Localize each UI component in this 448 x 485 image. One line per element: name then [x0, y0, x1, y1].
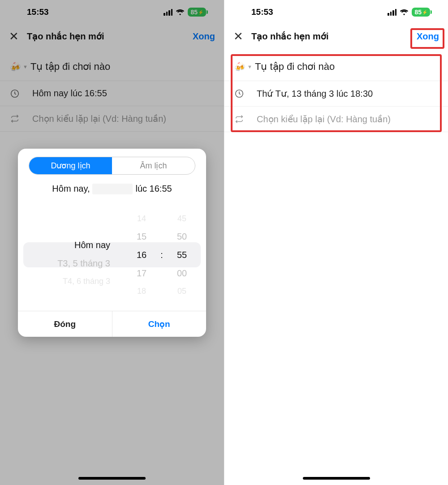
modal-header: ✕ Tạo nhắc hẹn mới Xong: [0, 24, 224, 50]
segment-solar-calendar[interactable]: Dương lịch: [29, 157, 112, 174]
repeat-icon: [10, 114, 24, 124]
battery-indicator: 85⚡: [188, 8, 206, 17]
reminder-title-row[interactable]: 🍻 ▼ Tụ tập đi chơi nào: [224, 50, 448, 81]
status-icons: 85⚡: [164, 8, 206, 17]
wheel-col-hour[interactable]: 14 15 16 17 18: [128, 199, 155, 311]
phone-screen-right: 15:53 85⚡ ✕ Tạo nhắc hẹn mới Xong 🍻 ▼ Tụ…: [224, 0, 448, 485]
clock-icon: [10, 89, 24, 99]
status-time: 15:53: [251, 7, 273, 17]
repeat-row[interactable]: Chọn kiểu lặp lại (Vd: Hàng tuần): [224, 107, 448, 132]
status-icons: 85⚡: [388, 8, 430, 17]
datetime-picker-modal: Dương lịch Âm lịch Hôm nay, lúc 16:55 Hô…: [18, 149, 206, 337]
redacted-date: [92, 184, 133, 194]
home-indicator[interactable]: [303, 477, 370, 480]
battery-indicator: 85⚡: [412, 8, 430, 17]
close-icon[interactable]: ✕: [233, 30, 243, 42]
reminder-title-input[interactable]: Tụ tập đi chơi nào: [22, 61, 214, 73]
close-icon[interactable]: ✕: [9, 30, 19, 42]
repeat-row[interactable]: Chọn kiểu lặp lại (Vd: Hàng tuần): [0, 106, 224, 132]
status-bar: 15:53 85⚡: [0, 0, 224, 24]
reminder-emoji: 🍻: [234, 61, 246, 72]
cellular-signal-icon: [164, 9, 172, 16]
picker-select-button[interactable]: Chọn: [112, 311, 207, 337]
wheel-colon: :: [155, 199, 168, 311]
segment-lunar-calendar[interactable]: Âm lịch: [112, 157, 195, 174]
wifi-icon: [400, 9, 409, 16]
picker-wheel[interactable]: Hôm nay T3, 5 tháng 3 T4, 6 tháng 3 14 1…: [18, 199, 206, 311]
wheel-col-date[interactable]: Hôm nay T3, 5 tháng 3 T4, 6 tháng 3: [29, 199, 128, 311]
phone-screen-left: 15:53 85⚡ ✕ Tạo nhắc hẹn mới Xong 🍻 ▼ Tụ…: [0, 0, 224, 485]
repeat-icon: [234, 114, 249, 124]
datetime-row[interactable]: Thứ Tư, 13 tháng 3 lúc 18:30: [224, 81, 448, 107]
reminder-emoji: 🍻: [10, 61, 21, 72]
header-title: Tạo nhắc hẹn mới: [243, 31, 417, 42]
picker-actions: Đóng Chọn: [18, 311, 206, 337]
reminder-emoji-picker[interactable]: 🍻 ▼: [10, 61, 22, 72]
repeat-placeholder: Chọn kiểu lặp lại (Vd: Hàng tuần): [249, 114, 438, 124]
header-title: Tạo nhắc hẹn mới: [19, 31, 193, 42]
datetime-value: Hôm nay lúc 16:55: [24, 88, 214, 99]
status-time: 15:53: [27, 7, 49, 17]
wheel-col-minute[interactable]: 45 50 55 00 05: [168, 199, 195, 311]
status-bar: 15:53 85⚡: [224, 0, 448, 24]
calendar-type-segmented: Dương lịch Âm lịch: [29, 157, 195, 175]
done-button[interactable]: Xong: [193, 31, 215, 42]
picker-heading: Hôm nay, lúc 16:55: [18, 177, 206, 199]
wifi-icon: [176, 9, 185, 16]
done-button[interactable]: Xong: [417, 31, 439, 42]
reminder-title-input[interactable]: Tụ tập đi chơi nào: [247, 61, 438, 73]
datetime-value: Thứ Tư, 13 tháng 3 lúc 18:30: [249, 88, 438, 99]
repeat-placeholder: Chọn kiểu lặp lại (Vd: Hàng tuần): [24, 113, 214, 124]
home-indicator[interactable]: [78, 477, 146, 480]
picker-close-button[interactable]: Đóng: [18, 311, 112, 337]
clock-icon: [234, 89, 249, 99]
reminder-title-row[interactable]: 🍻 ▼ Tụ tập đi chơi nào: [0, 50, 224, 81]
cellular-signal-icon: [388, 9, 396, 16]
datetime-row[interactable]: Hôm nay lúc 16:55: [0, 81, 224, 106]
modal-header: ✕ Tạo nhắc hẹn mới Xong: [224, 24, 448, 50]
reminder-emoji-picker[interactable]: 🍻 ▼: [234, 61, 247, 72]
